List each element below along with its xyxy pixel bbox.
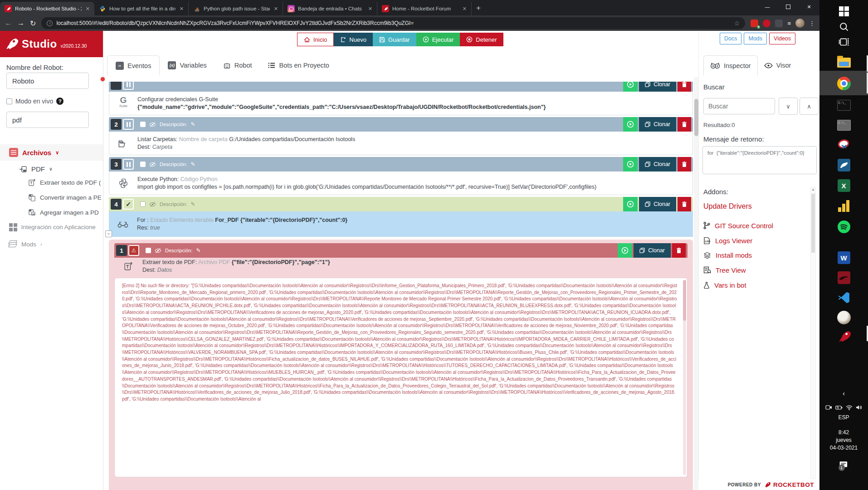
run-step-button[interactable] — [618, 243, 632, 258]
docs-button[interactable]: Docs — [720, 33, 741, 44]
language-indicator[interactable]: ESP — [819, 414, 868, 421]
url-text[interactable]: localhost:5000/#!/edit/Roboto/db/QzpcVXN… — [56, 20, 730, 26]
inicio-button[interactable]: Inicio — [297, 33, 334, 46]
delete-button[interactable] — [678, 82, 691, 92]
clone-button[interactable]: Clonar — [639, 157, 676, 172]
browser-tab-rocketbot-studio[interactable]: Roboto - Rocketbot Studio - 202 ✕ — [0, 2, 94, 15]
select-checkbox[interactable] — [140, 201, 146, 207]
block3-body[interactable]: Execute Python: Código Python import glo… — [109, 172, 693, 195]
run-step-button[interactable] — [623, 197, 638, 211]
screenshot-tool-icon[interactable] — [819, 136, 868, 153]
clone-button[interactable]: Clonar — [639, 117, 676, 132]
clock-time[interactable]: 8:42 — [819, 429, 868, 436]
url-field[interactable]: i localhost:5000/#!/edit/Roboto/db/QzpcV… — [41, 17, 745, 29]
block1-header[interactable]: Clonar — [109, 82, 693, 92]
browser-tab-stackoverflow[interactable]: Python glob path issue - Stack O ✕ — [189, 2, 283, 15]
refresh-icon[interactable]: ↻ — [30, 19, 36, 28]
chrome-menu-icon[interactable]: ⋮ — [809, 20, 815, 27]
pause-state-icon[interactable] — [123, 159, 134, 170]
videos-button[interactable]: Videos — [769, 33, 795, 44]
tab-close-icon[interactable]: ✕ — [462, 6, 468, 12]
mysql-workbench-icon[interactable] — [819, 156, 868, 174]
bookmark-star-icon[interactable]: ☆ — [734, 20, 740, 27]
panel-scrollbar[interactable]: ▲ — [810, 187, 816, 479]
guardar-button[interactable]: Guardar — [373, 33, 416, 46]
eye-slash-icon[interactable] — [155, 248, 161, 254]
delete-button[interactable] — [678, 157, 691, 172]
rocketbot-app-icon[interactable] — [819, 328, 868, 346]
buscar-input[interactable] — [703, 98, 775, 114]
battery-icon[interactable] — [835, 405, 843, 410]
block3-header[interactable]: 3 Descripción: ✎ Clonar — [109, 157, 693, 172]
error-output-box[interactable]: [Errno 2] No such file or directory: "['… — [114, 278, 688, 477]
tray-chevron-icon[interactable]: ‹ — [819, 389, 868, 397]
help-icon[interactable]: ? — [56, 98, 63, 105]
check-state-icon[interactable]: ✓ — [123, 199, 134, 210]
clone-button[interactable]: Clonar — [639, 197, 676, 211]
site-info-icon[interactable]: i — [47, 20, 53, 26]
forward-icon[interactable]: → — [17, 19, 24, 27]
close-button[interactable]: ✕ — [799, 0, 819, 14]
cmd-icon[interactable]: C:\_ — [819, 117, 868, 133]
run-step-button[interactable] — [623, 117, 638, 132]
eye-slash-icon[interactable] — [149, 162, 156, 167]
file-explorer-icon[interactable] — [819, 54, 868, 72]
mods-button[interactable]: Mods — [744, 33, 767, 44]
update-drivers-link[interactable]: Update Drivers — [703, 202, 752, 211]
sidebar-item-extraer-texto[interactable]: Extraer texto de PDF ( — [28, 179, 101, 186]
edit-pencil-icon[interactable]: ✎ — [191, 121, 195, 127]
tab-inspector[interactable]: Inspector — [703, 55, 758, 75]
command-search-input[interactable] — [6, 112, 89, 128]
error-scrollbar[interactable] — [683, 280, 686, 475]
addon-logs-viewer[interactable]: LOG Logs Viewer — [703, 236, 752, 245]
addon-git-source-control[interactable]: GIT Source Control — [703, 221, 773, 230]
browser-tab-instagram-chats[interactable]: Bandeja de entrada • Chats ✕ — [283, 2, 377, 15]
pause-state-icon[interactable] — [123, 119, 134, 130]
clone-button[interactable]: Clonar — [639, 82, 676, 92]
run-step-button[interactable] — [623, 82, 638, 92]
pause-state-icon[interactable] — [123, 82, 134, 90]
select-checkbox[interactable] — [140, 162, 146, 167]
extension-dark-icon[interactable] — [775, 20, 783, 27]
canvas-scrollbar[interactable] — [694, 77, 698, 490]
maximize-button[interactable] — [778, 0, 799, 14]
robot-name-input[interactable] — [6, 73, 89, 89]
terminal-icon[interactable]: C:\_ — [819, 97, 868, 113]
addon-tree-view[interactable]: Tree View — [703, 266, 746, 274]
select-checkbox[interactable] — [146, 248, 151, 253]
power-bi-icon[interactable] — [819, 197, 868, 215]
spotify-icon[interactable] — [819, 218, 868, 236]
tab-close-icon[interactable]: ✕ — [367, 6, 373, 12]
extension-adblock-icon[interactable] — [763, 20, 770, 27]
addon-vars-in-bot[interactable]: Vars in bot — [703, 281, 746, 289]
mensaje-textarea[interactable]: for {"iterable":"{DirectorioPDF}","count… — [702, 146, 817, 174]
addon-install-mods[interactable]: Install mods — [703, 251, 752, 259]
minimize-button[interactable]: — — [757, 0, 778, 14]
block4-body[interactable]: For : Estado Elemento iterable For_PDF {… — [109, 211, 693, 237]
error-state-icon[interactable]: ⚠ — [128, 245, 139, 256]
new-tab-button[interactable]: + — [476, 4, 481, 13]
tab-close-icon[interactable]: ✕ — [273, 6, 279, 12]
search-down-button[interactable]: ∨ — [779, 98, 798, 115]
tab-variables[interactable]: (x) Variables — [160, 55, 215, 75]
block2-body[interactable]: Listar Carpetas: Nombre de carpeta G:/Un… — [109, 132, 693, 155]
notification-center-icon[interactable]: 1 — [819, 457, 868, 473]
sidebar-item-mods[interactable]: Mods › — [9, 240, 42, 248]
run-step-button[interactable] — [623, 157, 638, 172]
task-view-icon[interactable] — [819, 35, 868, 49]
sidebar-item-integracion[interactable]: Integración con Aplicacione — [9, 223, 96, 231]
edit-pencil-icon[interactable]: ✎ — [196, 247, 201, 254]
sidebar-item-agregar-imagen[interactable]: Agregar imagen a PD — [28, 209, 99, 216]
search-up-button[interactable]: ∧ — [800, 98, 819, 115]
tab-close-icon[interactable]: ✕ — [85, 6, 91, 12]
block4-header[interactable]: 4 ✓ Descripción: ✎ Clonar — [109, 197, 693, 211]
delete-button[interactable] — [678, 117, 691, 132]
edit-pencil-icon[interactable]: ✎ — [191, 161, 195, 167]
sidebar-item-convertir-imagen[interactable]: Convertir imagen a PE — [28, 194, 102, 201]
nested-block1-header[interactable]: 1 ⚠ Descripción: ✎ Clonar — [114, 243, 688, 258]
clone-button[interactable]: Clonar — [634, 243, 671, 258]
reading-list-icon[interactable]: ≡ — [787, 20, 791, 27]
live-mode-checkbox[interactable] — [6, 98, 12, 104]
meet-camera-icon[interactable] — [825, 405, 832, 410]
excel-icon[interactable]: X — [819, 177, 868, 194]
